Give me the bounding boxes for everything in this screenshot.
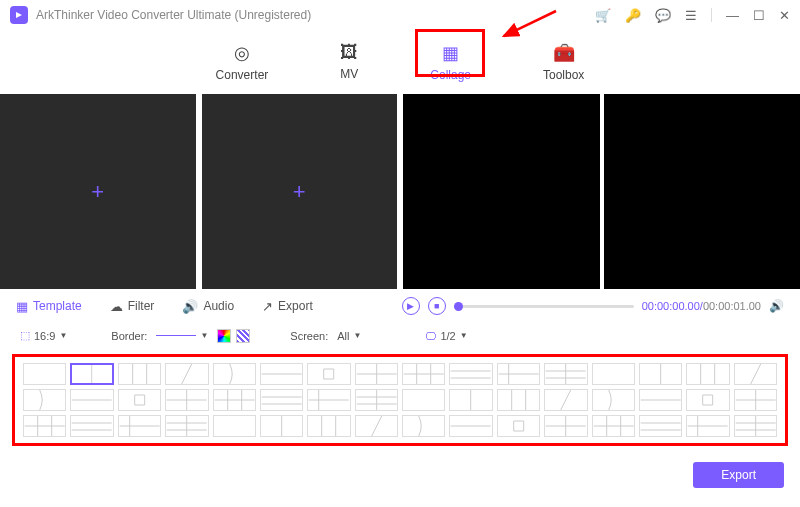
template-item[interactable] <box>639 415 682 437</box>
template-options: ⬚ 16:9 ▼ Border: ▼ Screen: All ▼ 🖵 1/2 ▼ <box>0 323 800 348</box>
play-button[interactable]: ▶ <box>402 297 420 315</box>
template-item[interactable] <box>592 363 635 385</box>
template-item[interactable] <box>355 363 398 385</box>
minimize-button[interactable]: — <box>726 8 739 23</box>
border-color-picker[interactable] <box>217 329 231 343</box>
template-item[interactable] <box>118 389 161 411</box>
template-item[interactable] <box>213 389 256 411</box>
template-item[interactable] <box>70 363 113 385</box>
template-item[interactable] <box>402 389 445 411</box>
nav-mv[interactable]: 🖼 MV <box>332 38 366 86</box>
screen-dropdown[interactable]: All ▼ <box>333 328 365 344</box>
menu-icon[interactable]: ☰ <box>685 8 697 23</box>
timeline[interactable] <box>454 305 634 308</box>
template-item[interactable] <box>70 389 113 411</box>
maximize-button[interactable]: ☐ <box>753 8 765 23</box>
template-item[interactable] <box>23 363 66 385</box>
converter-icon: ◎ <box>234 42 250 64</box>
toolbox-icon: 🧰 <box>553 42 575 64</box>
page-dropdown[interactable]: 🖵 1/2 ▼ <box>421 328 471 344</box>
template-item[interactable] <box>592 415 635 437</box>
template-item[interactable] <box>307 363 350 385</box>
export-icon: ↗ <box>262 299 273 314</box>
template-item[interactable] <box>686 389 729 411</box>
template-item[interactable] <box>686 415 729 437</box>
volume-icon[interactable]: 🔊 <box>769 299 784 313</box>
ratio-icon: ⬚ <box>20 329 30 342</box>
export-button[interactable]: Export <box>693 462 784 488</box>
nav-collage[interactable]: ▦ Collage <box>422 38 479 86</box>
template-item[interactable] <box>639 363 682 385</box>
template-item[interactable] <box>402 415 445 437</box>
screen-label: Screen: <box>290 330 328 342</box>
template-item[interactable] <box>118 363 161 385</box>
template-item[interactable] <box>355 415 398 437</box>
collage-slot-2[interactable]: + <box>202 94 398 289</box>
border-style-dropdown[interactable]: ▼ <box>152 329 212 342</box>
plus-icon: + <box>91 179 104 205</box>
nav-label: Converter <box>216 68 269 82</box>
aspect-ratio-dropdown[interactable]: ⬚ 16:9 ▼ <box>16 327 71 344</box>
tab-template[interactable]: ▦ Template <box>16 299 82 314</box>
template-item[interactable] <box>544 363 587 385</box>
preview-left <box>403 94 600 289</box>
template-item[interactable] <box>307 415 350 437</box>
template-item[interactable] <box>213 415 256 437</box>
template-item[interactable] <box>213 363 256 385</box>
template-item[interactable] <box>355 389 398 411</box>
template-item[interactable] <box>449 363 492 385</box>
template-item[interactable] <box>639 389 682 411</box>
tab-export[interactable]: ↗ Export <box>262 299 313 314</box>
template-item[interactable] <box>402 363 445 385</box>
templates-grid-container <box>12 354 788 446</box>
template-item[interactable] <box>118 415 161 437</box>
template-item[interactable] <box>497 389 540 411</box>
template-item[interactable] <box>165 389 208 411</box>
nav-converter[interactable]: ◎ Converter <box>208 38 277 86</box>
collage-icon: ▦ <box>442 42 459 64</box>
border-pattern-picker[interactable] <box>236 329 250 343</box>
stop-button[interactable]: ■ <box>428 297 446 315</box>
template-item[interactable] <box>592 389 635 411</box>
template-item[interactable] <box>23 389 66 411</box>
template-item[interactable] <box>260 389 303 411</box>
template-item[interactable] <box>165 363 208 385</box>
template-item[interactable] <box>734 389 777 411</box>
nav-label: Collage <box>430 68 471 82</box>
chevron-down-icon: ▼ <box>460 331 468 340</box>
template-item[interactable] <box>544 389 587 411</box>
tab-audio[interactable]: 🔊 Audio <box>182 299 234 314</box>
feedback-icon[interactable]: 💬 <box>655 8 671 23</box>
timeline-handle[interactable] <box>454 302 463 311</box>
nav-toolbox[interactable]: 🧰 Toolbox <box>535 38 592 86</box>
template-item[interactable] <box>497 415 540 437</box>
close-button[interactable]: ✕ <box>779 8 790 23</box>
template-item[interactable] <box>260 363 303 385</box>
template-item[interactable] <box>70 415 113 437</box>
template-item[interactable] <box>165 415 208 437</box>
template-item[interactable] <box>734 415 777 437</box>
tab-label: Template <box>33 299 82 313</box>
template-item[interactable] <box>497 363 540 385</box>
tab-filter[interactable]: ☁ Filter <box>110 299 155 314</box>
template-item[interactable] <box>449 389 492 411</box>
time-display: 00:00:00.00/00:00:01.00 <box>642 300 761 312</box>
screen-option: Screen: All ▼ <box>290 328 365 344</box>
nav-label: MV <box>340 67 358 81</box>
template-item[interactable] <box>734 363 777 385</box>
collage-slot-1[interactable]: + <box>0 94 196 289</box>
cart-icon[interactable]: 🛒 <box>595 8 611 23</box>
key-icon[interactable]: 🔑 <box>625 8 641 23</box>
template-item[interactable] <box>686 363 729 385</box>
tab-label: Filter <box>128 299 155 313</box>
template-item[interactable] <box>260 415 303 437</box>
page-value: 1/2 <box>440 330 455 342</box>
tab-label: Audio <box>203 299 234 313</box>
border-preview <box>156 335 196 336</box>
template-item[interactable] <box>307 389 350 411</box>
app-logo <box>10 6 28 24</box>
template-item[interactable] <box>23 415 66 437</box>
template-item[interactable] <box>544 415 587 437</box>
audio-icon: 🔊 <box>182 299 198 314</box>
template-item[interactable] <box>449 415 492 437</box>
